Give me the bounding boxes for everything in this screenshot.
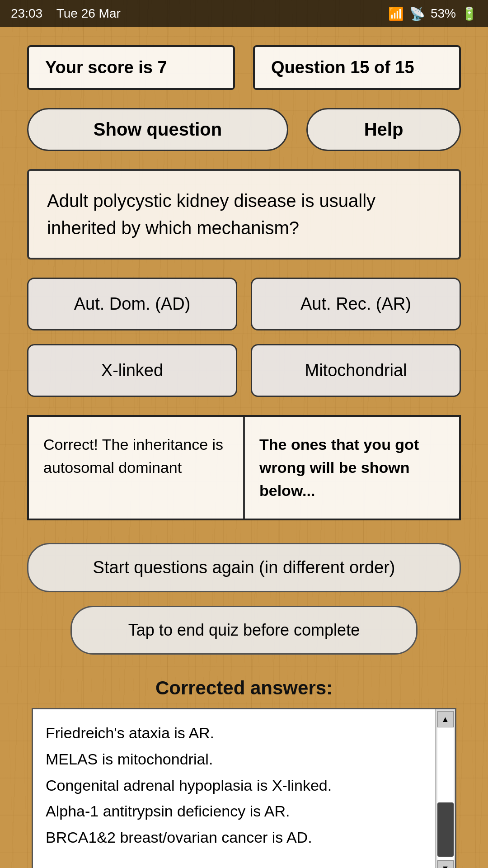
feedback-right-text: The ones that you got wrong will be show…: [259, 436, 419, 499]
answer-item-4: BRCA1&2 breast/ovarian cancer is AD.: [46, 825, 422, 851]
answer-btn-3[interactable]: Mitochondrial: [251, 344, 461, 397]
status-indicators: 📶 📡 53% 🔋: [388, 6, 477, 21]
scroll-thumb[interactable]: [437, 802, 454, 857]
answer-btn-2[interactable]: X-linked: [27, 344, 237, 397]
answer-btn-0[interactable]: Aut. Dom. (AD): [27, 278, 237, 330]
score-box: Your score is 7: [27, 45, 235, 90]
end-quiz-button[interactable]: Tap to end quiz before complete: [70, 606, 418, 655]
answer-item-1: MELAS is mitochondrial.: [46, 746, 422, 773]
help-button[interactable]: Help: [306, 108, 461, 151]
battery-icon: 🔋: [461, 6, 477, 21]
answer-btn-1[interactable]: Aut. Rec. (AR): [251, 278, 461, 330]
status-time-date: 23:03 Tue 26 Mar: [11, 6, 121, 21]
status-date: Tue 26 Mar: [56, 6, 121, 20]
restart-button[interactable]: Start questions again (in different orde…: [27, 543, 461, 592]
corrected-answers-text: Friedreich's ataxia is AR. MELAS is mito…: [33, 709, 435, 868]
main-content: Your score is 7 Question 15 of 15 Show q…: [0, 27, 488, 868]
corrected-answers-box: Friedreich's ataxia is AR. MELAS is mito…: [32, 708, 456, 868]
feedback-right: The ones that you got wrong will be show…: [244, 417, 459, 519]
battery-label: 53%: [431, 6, 456, 21]
wifi-icon: 📶: [388, 6, 404, 21]
scroll-down-arrow[interactable]: ▼: [437, 860, 454, 868]
feedback-row: Correct! The inheritance is autosomal do…: [27, 415, 461, 520]
status-time: 23:03: [11, 6, 42, 20]
scroll-up-arrow[interactable]: ▲: [437, 711, 454, 727]
answer-item-3: Alpha-1 antitrypsin deficiency is AR.: [46, 798, 422, 825]
status-bar: 23:03 Tue 26 Mar 📶 📡 53% 🔋: [0, 0, 488, 27]
feedback-left: Correct! The inheritance is autosomal do…: [29, 417, 244, 519]
answer-grid: Aut. Dom. (AD) Aut. Rec. (AR) X-linked M…: [27, 278, 461, 397]
corrected-answers-label: Corrected answers:: [27, 677, 461, 699]
score-text: Your score is 7: [45, 58, 167, 77]
signal-icon: 📡: [409, 6, 425, 21]
question-progress-text: Question 15 of 15: [271, 58, 414, 77]
answer-item-0: Friedreich's ataxia is AR.: [46, 720, 422, 746]
action-btn-row: Show question Help: [27, 108, 461, 151]
feedback-left-text: Correct! The inheritance is autosomal do…: [43, 436, 223, 476]
scroll-track: [437, 727, 454, 860]
answer-item-2: Congenital adrenal hypoplasia is X-linke…: [46, 773, 422, 799]
question-text: Adult polycystic kidney disease is usual…: [47, 191, 375, 238]
show-question-button[interactable]: Show question: [27, 108, 288, 151]
top-row: Your score is 7 Question 15 of 15: [27, 45, 461, 90]
question-progress-box: Question 15 of 15: [253, 45, 461, 90]
scrollbar[interactable]: ▲ ▼: [435, 709, 455, 868]
question-text-box: Adult polycystic kidney disease is usual…: [27, 169, 461, 259]
